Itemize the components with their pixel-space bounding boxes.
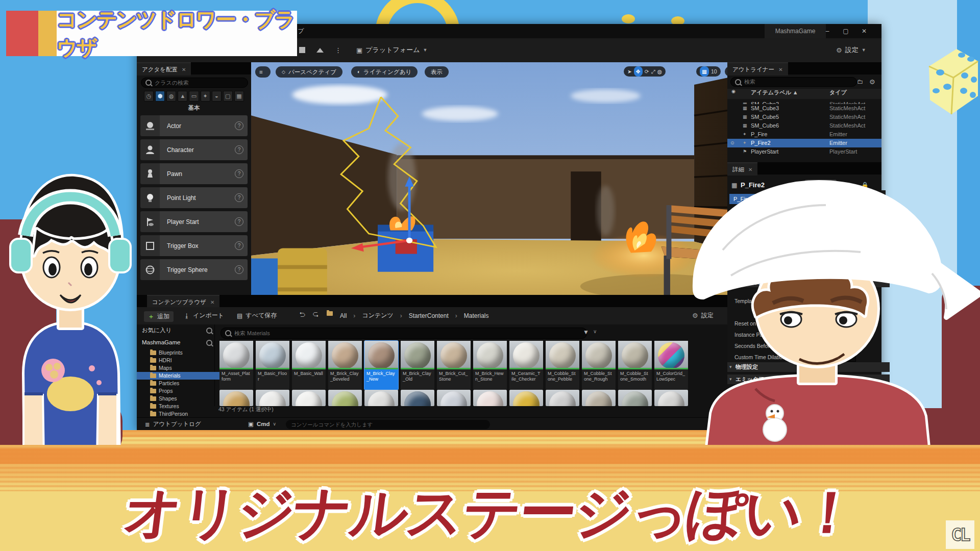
video-topic-banner: コンテンツドロワー・ブラウザ — [6, 11, 297, 56]
banner-text: コンテンツドロワー・ブラウザ — [57, 6, 297, 62]
right-character-bandana — [646, 158, 980, 445]
banner-red-block — [6, 11, 38, 56]
caption-text: オリジナルステージっぽい！ — [0, 474, 980, 551]
banner-orange-block — [38, 11, 57, 56]
channel-watermark: CL — [946, 520, 974, 549]
characters-layer — [0, 0, 980, 445]
left-character-boy — [0, 154, 147, 445]
